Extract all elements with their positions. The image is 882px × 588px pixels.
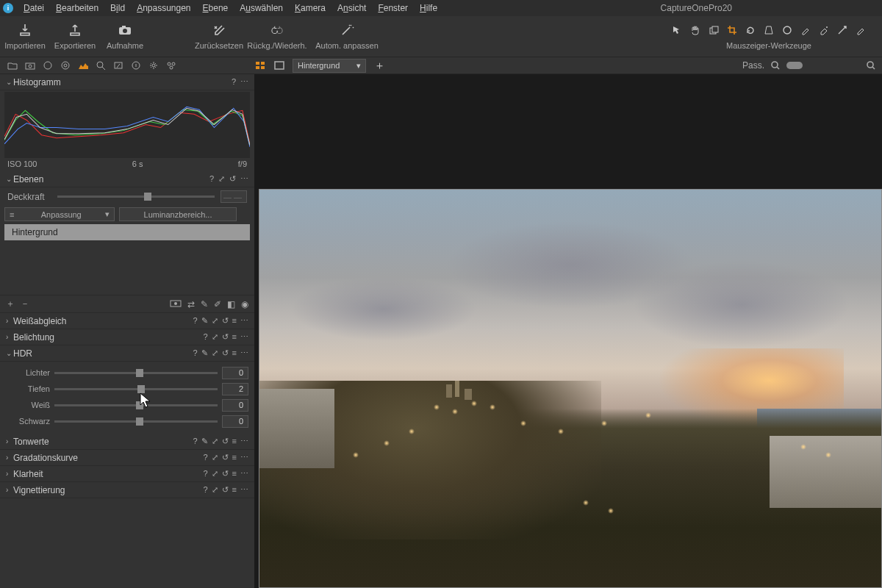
import-button[interactable]: Importieren	[0, 19, 50, 50]
lens-tab-icon[interactable]	[43, 60, 53, 71]
invert-mask-icon[interactable]: ⇄	[187, 299, 195, 309]
hdr-panel-head[interactable]: ⌄ HDR ?✎⤢↺≡⋯	[0, 345, 254, 362]
rating-chip[interactable]	[786, 62, 803, 69]
details-tab-icon[interactable]	[96, 60, 106, 71]
menu-image[interactable]: Bild	[104, 1, 131, 15]
expand-icon[interactable]: ⤢	[212, 453, 218, 462]
reset-icon[interactable]: ↺	[222, 348, 229, 358]
menu-select[interactable]: Auswählen	[234, 1, 289, 15]
reset-button[interactable]: Zurücksetzen	[194, 19, 244, 50]
gradient-mask-icon[interactable]: ◧	[227, 299, 235, 309]
layer-item-background[interactable]: Hintergrund	[4, 224, 250, 240]
brush-mask-icon[interactable]: ✎	[201, 299, 208, 309]
opacity-thumb[interactable]	[144, 193, 151, 201]
reset-icon[interactable]: ↺	[229, 174, 236, 184]
search-icon[interactable]	[770, 60, 781, 71]
auto-adjust-button[interactable]: Autom. anpassen	[310, 19, 384, 50]
hdr-highlights-value[interactable]: 0	[222, 367, 248, 379]
menu-adjust[interactable]: Anpassungen	[131, 1, 196, 15]
help-icon[interactable]: ?	[232, 77, 236, 87]
menu-icon[interactable]: ≡	[232, 437, 237, 446]
hdr-white-slider[interactable]	[54, 404, 218, 406]
menu-icon[interactable]: ≡	[232, 453, 237, 462]
erase-mask-icon[interactable]: ✐	[214, 299, 221, 309]
crop-tool-icon[interactable]	[725, 24, 739, 37]
pointer-tool-icon[interactable]	[670, 24, 684, 37]
zoom-tool-icon[interactable]	[707, 24, 720, 37]
hdr-shadows-value[interactable]: 2	[222, 383, 248, 395]
capture-tab-icon[interactable]	[25, 60, 35, 71]
output-tab-icon[interactable]	[166, 60, 176, 71]
help-icon[interactable]: ?	[203, 485, 207, 495]
brush-tool-icon[interactable]	[799, 24, 812, 37]
more-icon[interactable]: ⋯	[240, 77, 248, 87]
exposure-tab-icon[interactable]	[78, 60, 88, 71]
library-tab-icon[interactable]	[7, 60, 18, 71]
more-icon[interactable]: ⋯	[240, 469, 248, 478]
expand-icon[interactable]: ⤢	[218, 174, 225, 184]
expand-icon[interactable]: ⤢	[212, 469, 218, 478]
adjust-tab-icon[interactable]	[113, 60, 123, 71]
viewer-layer-select[interactable]: Hintergrund ▾	[293, 59, 366, 73]
menu-icon[interactable]: ≡	[232, 469, 237, 478]
menu-icon[interactable]: ≡	[232, 348, 237, 358]
export-button[interactable]: Exportieren	[50, 19, 100, 50]
menu-edit[interactable]: Bearbeiten	[50, 1, 104, 15]
menu-layer[interactable]: Ebene	[197, 1, 234, 15]
help-icon[interactable]: ?	[203, 453, 207, 462]
capture-button[interactable]: Aufnahme	[100, 19, 150, 50]
single-view-icon[interactable]	[273, 60, 285, 71]
add-layer-icon[interactable]: ＋	[6, 298, 15, 310]
help-icon[interactable]: ?	[193, 437, 197, 446]
add-variant-icon[interactable]: ＋	[373, 60, 385, 71]
more-icon[interactable]: ⋯	[240, 316, 248, 326]
reset-icon[interactable]: ↺	[222, 469, 229, 478]
more-icon[interactable]: ⋯	[240, 453, 248, 462]
more-icon[interactable]: ⋯	[240, 174, 248, 184]
opacity-slider[interactable]	[57, 196, 215, 198]
mask-view-icon[interactable]	[170, 299, 182, 309]
menu-icon[interactable]: ≡	[232, 332, 237, 342]
slider-thumb[interactable]	[137, 385, 145, 393]
curve-panel-head[interactable]: › Gradationskurve ?⤢↺≡⋯	[0, 450, 254, 466]
picker-icon[interactable]: ✎	[201, 437, 208, 446]
help-icon[interactable]: ?	[203, 469, 207, 478]
menu-help[interactable]: Hilfe	[414, 1, 443, 15]
expand-icon[interactable]: ⤢	[212, 485, 218, 495]
histogram-panel-head[interactable]: ⌄ Histogramm ?⋯	[0, 74, 254, 90]
more-icon[interactable]: ⋯	[240, 437, 248, 446]
more-icon[interactable]: ⋯	[240, 348, 248, 358]
levels-panel-head[interactable]: › Tonwerte ?✎⤢↺≡⋯	[0, 434, 254, 450]
menu-icon[interactable]: ≡	[232, 316, 237, 326]
remove-layer-icon[interactable]: －	[21, 298, 29, 310]
expand-icon[interactable]: ⤢	[212, 332, 218, 342]
help-icon[interactable]: ?	[209, 174, 214, 184]
more-icon[interactable]: ⋯	[240, 332, 248, 342]
reset-icon[interactable]: ↺	[222, 453, 229, 462]
hdr-highlights-slider[interactable]	[54, 372, 218, 374]
vignette-panel-head[interactable]: › Vignettierung ?⤢↺≡⋯	[0, 482, 254, 498]
radial-mask-icon[interactable]: ◉	[241, 299, 248, 309]
expand-icon[interactable]: ⤢	[212, 437, 218, 446]
keystone-tool-icon[interactable]	[762, 24, 775, 37]
rotate-tool-icon[interactable]	[744, 24, 757, 37]
metadata-tab-icon[interactable]	[131, 60, 141, 71]
luminance-range-button[interactable]: Luminanzbereich...	[119, 207, 237, 221]
expand-icon[interactable]: ⤢	[212, 348, 218, 358]
hdr-shadows-slider[interactable]	[54, 388, 218, 390]
layers-panel-head[interactable]: ⌄ Ebenen ?⤢↺⋯	[0, 171, 254, 187]
hand-tool-icon[interactable]	[689, 24, 702, 37]
hdr-black-slider[interactable]	[54, 420, 218, 423]
eraser-tool-icon[interactable]	[817, 24, 831, 37]
image-viewer[interactable]	[254, 74, 882, 588]
menu-camera[interactable]: Kamera	[289, 1, 331, 15]
picker-icon[interactable]: ✎	[201, 316, 208, 326]
undo-redo-button[interactable]: Rückg./Wiederh.	[244, 19, 310, 50]
slider-thumb[interactable]	[136, 417, 143, 426]
menu-view[interactable]: Ansicht	[331, 1, 372, 15]
picker-tool-icon[interactable]	[854, 24, 867, 37]
reset-icon[interactable]: ↺	[222, 485, 229, 495]
help-icon[interactable]: ?	[193, 348, 197, 358]
slider-thumb[interactable]	[136, 401, 143, 409]
slider-thumb[interactable]	[136, 369, 143, 377]
